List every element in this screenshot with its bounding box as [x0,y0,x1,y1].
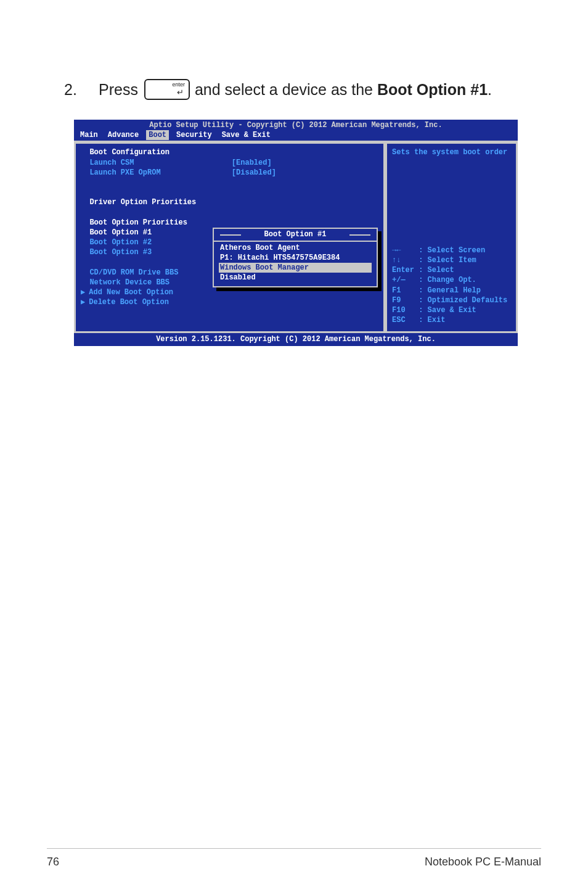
instruction-line: 2. Press enter ↵ and select a device as … [64,79,551,100]
press-label: Press [99,81,138,99]
boot-action-row[interactable]: ▶Add New Boot Option [81,287,378,297]
instruction-bold: Boot Option #1 [377,81,488,98]
config-row: Launch CSM [Enabled] [81,158,378,168]
help-key-row: F9 : Optimized Defaults [392,295,511,305]
boot-config-heading: Boot Configuration [81,147,378,157]
help-key-row: F10 : Save & Exit [392,305,511,315]
bios-right-pane: Sets the system boot order →← : Select S… [385,142,518,333]
instruction-suffix: . [488,81,492,98]
popup-title: Boot Option #1 [214,229,377,241]
triangle-icon: ▶ [81,288,85,297]
help-keys: →← : Select Screen↑↓ : Select ItemEnter … [392,245,511,326]
page-footer: 76 Notebook PC E-Manual [47,856,541,868]
doc-title: Notebook PC E-Manual [425,856,541,868]
bios-footer: Version 2.15.1231. Copyright (C) 2012 Am… [74,333,518,345]
bios-row [81,178,378,188]
enter-arrow-icon: ↵ [177,88,184,96]
help-key-row: +/— : Change Opt. [392,275,511,285]
step-number: 2. [64,81,99,99]
popup-item[interactable]: Disabled [219,273,372,283]
enter-key-label: enter [172,82,185,88]
help-key-row: ↑↓ : Select Item [392,255,511,265]
bios-left-pane[interactable]: Boot Configuration Launch CSM [Enabled] … [74,142,385,333]
bios-body: Boot Configuration Launch CSM [Enabled] … [74,141,518,333]
bios-menu-bar[interactable]: MainAdvanceBootSecuritySave & Exit [74,130,518,141]
boot-action-row[interactable]: ▶Delete Boot Option [81,297,378,307]
help-key-row: ESC : Exit [392,315,511,325]
popup-item[interactable]: P1: Hitachi HTS547575A9E384 [219,253,372,263]
bios-menu-item[interactable]: Security [174,130,214,140]
popup-body[interactable]: Atheros Boot AgentP1: Hitachi HTS547575A… [214,242,377,287]
popup-item[interactable]: Windows Boot Manager [219,263,372,273]
page-number: 76 [47,856,59,868]
help-key-row: →← : Select Screen [392,245,511,255]
driver-heading: Driver Option Priorities [81,197,378,207]
help-text: Sets the system boot order [392,147,511,157]
config-row: Launch PXE OpROM [Disabled] [81,168,378,178]
instruction-rest: and select a device as the Boot Option #… [195,81,492,99]
bios-menu-item[interactable]: Advance [105,130,141,140]
bios-row [81,188,378,197]
enter-key-icon: enter ↵ [144,79,190,100]
footer-divider [47,848,541,849]
triangle-icon: ▶ [81,298,85,307]
help-key-row: F1 : General Help [392,286,511,295]
bios-screenshot: Aptio Setup Utility - Copyright (C) 2012… [74,120,518,346]
bios-row [81,208,378,218]
bios-menu-item[interactable]: Main [78,130,100,140]
popup-item[interactable]: Atheros Boot Agent [219,243,372,253]
bios-menu-item[interactable]: Save & Exit [219,130,273,140]
boot-option-popup[interactable]: Boot Option #1 Atheros Boot AgentP1: Hit… [213,228,378,287]
help-key-row: Enter : Select [392,265,511,275]
bios-title-bar: Aptio Setup Utility - Copyright (C) 2012… [74,120,518,130]
boot-heading: Boot Option Priorities [81,218,378,228]
instruction-prefix: and select a device as the [195,81,377,98]
bios-menu-item[interactable]: Boot [146,130,169,140]
